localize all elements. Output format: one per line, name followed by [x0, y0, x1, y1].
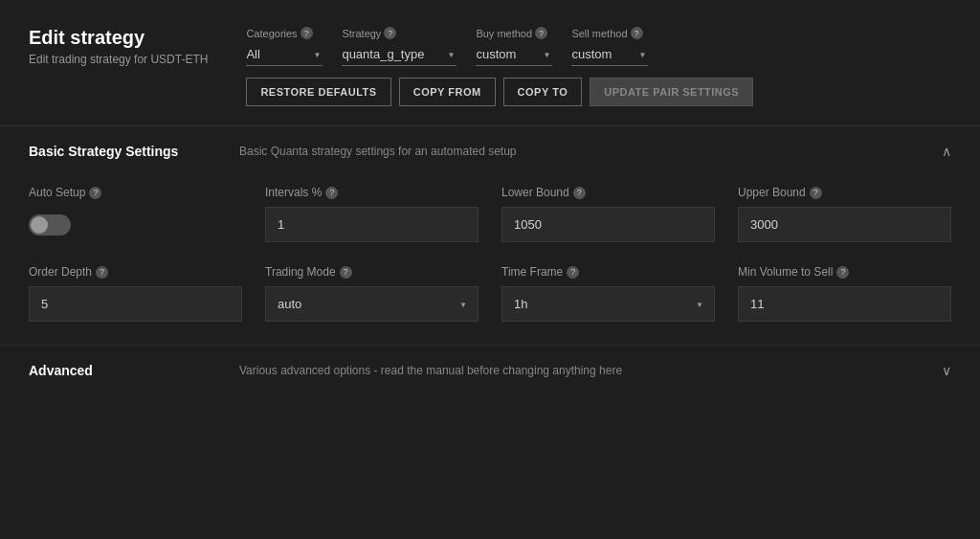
min-volume-field: Min Volume to Sell ? [738, 265, 951, 322]
basic-strategy-fields: Auto Setup ? Intervals % ? [0, 176, 980, 345]
update-pair-settings-button[interactable]: UPDATE PAIR SETTINGS [590, 78, 753, 106]
top-bar: Edit strategy Edit trading strategy for … [0, 0, 980, 126]
time-frame-label: Time Frame ? [501, 265, 715, 279]
categories-help-icon: ? [301, 27, 313, 39]
auto-setup-label: Auto Setup ? [29, 186, 242, 199]
sell-method-dropdown-wrapper: custom [571, 43, 648, 66]
buy-method-label: Buy method ? [476, 27, 552, 39]
page-container: Edit strategy Edit trading strategy for … [0, 0, 980, 539]
sell-method-help-icon: ? [631, 27, 643, 39]
categories-label: Categories ? [246, 27, 323, 39]
buttons-row: RESTORE DEFAULTS COPY FROM COPY TO UPDAT… [246, 78, 951, 106]
buy-method-select[interactable]: custom [476, 43, 552, 66]
trading-mode-field: Trading Mode ? auto manual [265, 265, 479, 322]
lower-bound-help-icon: ? [573, 187, 586, 199]
strategy-help-icon: ? [384, 27, 396, 39]
buy-method-help-icon: ? [535, 27, 547, 39]
dropdowns-row: Categories ? All Strategy ? [246, 27, 951, 66]
trading-mode-select[interactable]: auto manual [265, 286, 479, 322]
advanced-description: Various advanced options - read the manu… [239, 364, 923, 377]
strategy-label: Strategy ? [342, 27, 457, 39]
main-content: Basic Strategy Settings Basic Quanta str… [0, 126, 980, 539]
min-volume-help-icon: ? [836, 266, 849, 279]
intervals-label: Intervals % ? [265, 186, 479, 199]
order-depth-field: Order Depth ? [29, 265, 242, 322]
upper-bound-input[interactable] [738, 207, 951, 242]
upper-bound-field: Upper Bound ? [738, 186, 951, 242]
time-frame-select[interactable]: 1h 4h 1d [501, 286, 715, 322]
strategy-dropdown-wrapper: quanta_g_type [342, 43, 457, 66]
basic-strategy-section: Basic Strategy Settings Basic Quanta str… [0, 126, 980, 346]
buy-method-dropdown-group: Buy method ? custom [476, 27, 552, 66]
auto-setup-field: Auto Setup ? [29, 186, 242, 242]
order-depth-input[interactable] [29, 286, 242, 322]
basic-strategy-description: Basic Quanta strategy settings for an au… [239, 145, 923, 158]
intervals-input[interactable] [265, 207, 479, 242]
trading-mode-help-icon: ? [340, 266, 352, 279]
copy-from-button[interactable]: COPY FROM [399, 78, 496, 106]
toggle-knob [31, 216, 48, 234]
categories-select[interactable]: All [246, 43, 323, 66]
auto-setup-help-icon: ? [89, 187, 101, 199]
order-depth-help-icon: ? [96, 266, 108, 279]
categories-dropdown-group: Categories ? All [246, 27, 323, 66]
sell-method-label: Sell method ? [571, 27, 648, 39]
min-volume-label: Min Volume to Sell ? [738, 265, 951, 279]
fields-row-2: Order Depth ? Trading Mode ? auto [29, 265, 951, 322]
min-volume-input[interactable] [738, 286, 951, 322]
intervals-help-icon: ? [325, 187, 338, 199]
lower-bound-label: Lower Bound ? [501, 186, 715, 199]
sell-method-select[interactable]: custom [571, 43, 648, 66]
restore-defaults-button[interactable]: RESTORE DEFAULTS [246, 78, 390, 106]
title-section: Edit strategy Edit trading strategy for … [29, 27, 208, 66]
basic-strategy-title: Basic Strategy Settings [29, 144, 220, 159]
strategy-dropdown-group: Strategy ? quanta_g_type [342, 27, 457, 66]
page-title: Edit strategy [29, 27, 208, 49]
strategy-select[interactable]: quanta_g_type [342, 43, 457, 66]
time-frame-help-icon: ? [567, 266, 579, 279]
auto-setup-toggle[interactable] [29, 214, 71, 236]
order-depth-label: Order Depth ? [29, 265, 242, 279]
basic-strategy-collapse-icon[interactable]: ∧ [942, 144, 951, 159]
advanced-expand-icon[interactable]: ∨ [942, 363, 951, 378]
fields-row-1: Auto Setup ? Intervals % ? [29, 186, 951, 242]
lower-bound-field: Lower Bound ? [501, 186, 715, 242]
controls-area: Categories ? All Strategy ? [246, 27, 951, 106]
page-subtitle: Edit trading strategy for USDT-ETH [29, 53, 208, 66]
trading-mode-label: Trading Mode ? [265, 265, 479, 279]
advanced-section: Advanced Various advanced options - read… [0, 346, 980, 395]
buy-method-dropdown-wrapper: custom [476, 43, 552, 66]
time-frame-field: Time Frame ? 1h 4h 1d [501, 265, 715, 322]
trading-mode-select-wrapper: auto manual [265, 286, 479, 322]
lower-bound-input[interactable] [501, 207, 715, 242]
upper-bound-label: Upper Bound ? [738, 186, 951, 199]
copy-to-button[interactable]: COPY TO [503, 78, 583, 106]
time-frame-select-wrapper: 1h 4h 1d [501, 286, 715, 322]
categories-dropdown-wrapper: All [246, 43, 323, 66]
advanced-title: Advanced [29, 363, 220, 378]
basic-strategy-header: Basic Strategy Settings Basic Quanta str… [0, 126, 980, 176]
sell-method-dropdown-group: Sell method ? custom [571, 27, 648, 66]
intervals-field: Intervals % ? [265, 186, 479, 242]
upper-bound-help-icon: ? [810, 187, 822, 199]
